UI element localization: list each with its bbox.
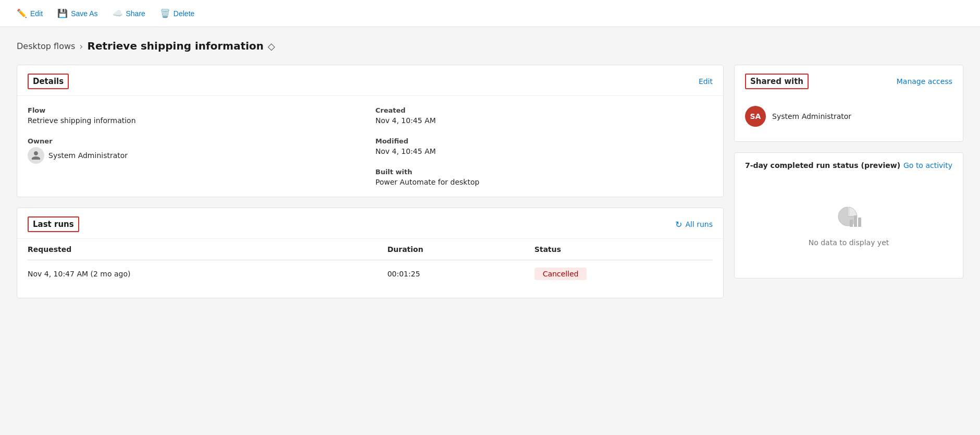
person-icon	[31, 150, 41, 161]
flow-value: Retrieve shipping information	[28, 116, 365, 125]
share-icon: ☁️	[113, 8, 123, 18]
cell-duration: 00:01:25	[377, 260, 534, 288]
diamond-icon: ◇	[268, 41, 275, 52]
refresh-icon: ↻	[675, 220, 682, 229]
all-runs-link[interactable]: ↻ All runs	[675, 220, 713, 229]
details-card-header: Details Edit	[17, 65, 723, 96]
flow-label: Flow	[28, 106, 365, 114]
runs-table: Requested Duration Status Nov 4, 10:47 A…	[28, 239, 713, 287]
shared-user-item: SA System Administrator	[745, 102, 952, 131]
runs-table-wrap: Requested Duration Status Nov 4, 10:47 A…	[17, 239, 723, 298]
owner-value: System Administrator	[48, 151, 128, 160]
saveas-icon: 💾	[57, 8, 68, 18]
delete-icon: 🗑️	[160, 8, 170, 18]
content-layout: Details Edit Flow Retrieve shipping info…	[17, 65, 963, 298]
created-value: Nov 4, 10:45 AM	[376, 116, 713, 125]
main-content: Desktop flows › Retrieve shipping inform…	[0, 27, 980, 311]
cell-status: Cancelled	[535, 260, 713, 288]
details-edit-link[interactable]: Edit	[699, 77, 713, 86]
activity-card: 7-day completed run status (preview) Go …	[734, 152, 963, 279]
built-value: Power Automate for desktop	[376, 178, 713, 186]
right-column: Shared with Manage access SA System Admi…	[734, 65, 963, 279]
left-column: Details Edit Flow Retrieve shipping info…	[17, 65, 724, 298]
activity-header: 7-day completed run status (preview) Go …	[745, 161, 952, 170]
built-group: Built with Power Automate for desktop	[376, 168, 713, 186]
go-to-activity-link[interactable]: Go to activity	[903, 161, 952, 170]
shared-with-card: Shared with Manage access SA System Admi…	[734, 65, 963, 142]
share-button[interactable]: ☁️ Share	[106, 5, 152, 21]
cell-requested: Nov 4, 10:47 AM (2 mo ago)	[28, 260, 377, 288]
status-badge: Cancelled	[535, 268, 587, 280]
details-card: Details Edit Flow Retrieve shipping info…	[17, 65, 724, 197]
saveas-label: Save As	[71, 9, 97, 18]
no-data-text: No data to display yet	[809, 238, 889, 247]
shared-with-body: SA System Administrator	[735, 95, 963, 141]
edit-icon: ✏️	[17, 8, 27, 18]
details-title: Details	[28, 74, 69, 89]
breadcrumb: Desktop flows › Retrieve shipping inform…	[17, 40, 963, 52]
created-label: Created	[376, 106, 713, 114]
last-runs-header: Last runs ↻ All runs	[17, 208, 723, 239]
delete-label: Delete	[173, 9, 194, 18]
breadcrumb-parent[interactable]: Desktop flows	[17, 41, 75, 51]
activity-title: 7-day completed run status (preview)	[745, 161, 900, 170]
sa-avatar: SA	[745, 106, 766, 127]
svg-rect-1	[854, 215, 857, 227]
col-duration: Duration	[377, 239, 534, 260]
svg-rect-2	[858, 218, 861, 227]
breadcrumb-current: Retrieve shipping information	[88, 40, 264, 52]
shared-with-title: Shared with	[745, 74, 809, 89]
last-runs-card: Last runs ↻ All runs Requested Duration …	[17, 208, 724, 298]
modified-group: Modified Nov 4, 10:45 AM	[376, 137, 713, 155]
modified-label: Modified	[376, 137, 713, 145]
svg-rect-0	[850, 220, 853, 227]
col-status: Status	[535, 239, 713, 260]
modified-value: Nov 4, 10:45 AM	[376, 147, 713, 155]
owner-row: System Administrator	[28, 147, 365, 164]
details-body: Flow Retrieve shipping information Owner	[17, 96, 723, 197]
shared-user-name: System Administrator	[772, 112, 851, 120]
built-label: Built with	[376, 168, 713, 176]
last-runs-title: Last runs	[28, 216, 79, 232]
flow-group: Flow Retrieve shipping information	[28, 106, 365, 125]
owner-label: Owner	[28, 137, 365, 145]
created-group: Created Nov 4, 10:45 AM	[376, 106, 713, 125]
col-requested: Requested	[28, 239, 377, 260]
share-label: Share	[126, 9, 145, 18]
shared-with-header: Shared with Manage access	[735, 65, 963, 95]
manage-access-link[interactable]: Manage access	[897, 77, 952, 86]
table-row: Nov 4, 10:47 AM (2 mo ago) 00:01:25 Canc…	[28, 260, 713, 288]
edit-label: Edit	[30, 9, 43, 18]
no-data-area: No data to display yet	[745, 190, 952, 257]
toolbar: ✏️ Edit 💾 Save As ☁️ Share 🗑️ Delete	[0, 0, 980, 27]
owner-avatar	[28, 147, 44, 164]
saveas-button[interactable]: 💾 Save As	[51, 5, 104, 21]
edit-button[interactable]: ✏️ Edit	[10, 5, 49, 21]
delete-button[interactable]: 🗑️ Delete	[154, 5, 201, 21]
all-runs-label: All runs	[685, 220, 713, 228]
owner-group: Owner System Administrator	[28, 137, 365, 164]
breadcrumb-separator: ›	[79, 41, 83, 52]
no-data-chart-icon	[833, 201, 864, 232]
